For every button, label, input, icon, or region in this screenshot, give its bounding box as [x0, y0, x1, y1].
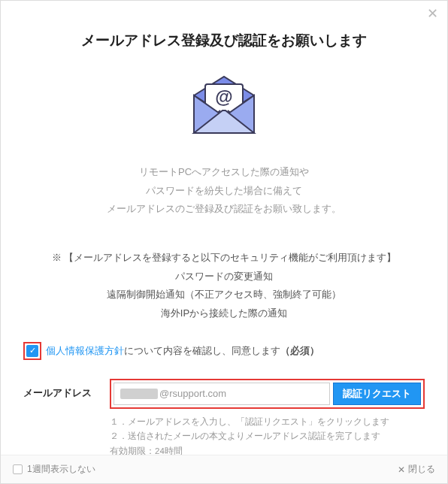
close-icon[interactable]: ✕	[427, 7, 438, 20]
security-features: ※ 【メールアドレスを登録すると以下のセキュリティ機能がご利用頂けます】 パスワ…	[23, 249, 425, 323]
hide-week-checkbox[interactable]	[13, 464, 23, 474]
hide-week-label: 1週間表示しない	[27, 463, 95, 476]
modal-title: メールアドレス登録及び認証をお願いします	[23, 31, 425, 50]
modal-footer: 1週間表示しない ✕ 閉じる	[1, 455, 447, 483]
email-domain: @rsupport.com	[159, 388, 226, 399]
hide-week-option[interactable]: 1週間表示しない	[13, 463, 95, 476]
description-text: リモートPCへアクセスした際の通知や パスワードを紛失した場合に備えて メールア…	[23, 163, 425, 219]
highlight-box: ✓	[23, 342, 41, 360]
close-button[interactable]: ✕ 閉じる	[398, 463, 435, 476]
close-x-icon: ✕	[398, 464, 405, 475]
email-section: メールアドレス @rsupport.com 認証リクエスト １．メールアドレスを…	[23, 379, 425, 455]
svg-text:@: @	[215, 86, 232, 107]
consent-text: 個人情報保護方針について内容を確認し、同意します（必須）	[46, 344, 319, 358]
verify-request-button[interactable]: 認証リクエスト	[333, 383, 421, 405]
email-input-wrapper[interactable]: @rsupport.com	[114, 383, 330, 405]
email-label: メールアドレス	[23, 379, 95, 400]
redacted-text	[120, 389, 158, 399]
email-registration-modal: ✕ メールアドレス登録及び認証をお願いします @ リモートPCへアクセスした際の…	[0, 0, 448, 484]
envelope-icon: @	[23, 73, 425, 141]
highlight-box: @rsupport.com 認証リクエスト	[110, 379, 425, 409]
privacy-policy-link[interactable]: 個人情報保護方針	[46, 345, 124, 356]
consent-checkbox[interactable]: ✓	[26, 345, 38, 357]
consent-row: ✓ 個人情報保護方針について内容を確認し、同意します（必須）	[23, 342, 425, 360]
email-hints: １．メールアドレスを入力し、「認証リクエスト」をクリックします ２．送信されたメ…	[110, 415, 425, 455]
modal-content: メールアドレス登録及び認証をお願いします @ リモートPCへアクセスした際の通知…	[1, 1, 447, 455]
